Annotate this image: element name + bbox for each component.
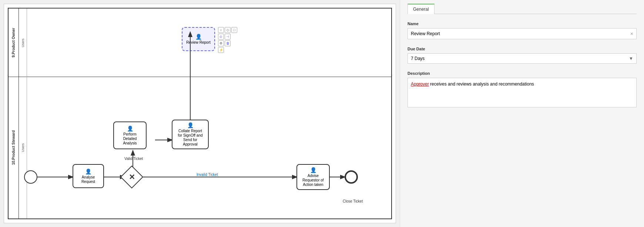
lane-label-product-owner: 9.Product Owner (11, 28, 16, 57)
end-event[interactable] (345, 170, 358, 184)
task-label-perform-analysis: Perform Detailed Analysis (123, 132, 137, 146)
name-clear-button[interactable]: × (630, 31, 633, 37)
bpmn-diagram: 9.Product Owner 10.Product Steward Users… (4, 4, 396, 223)
due-date-value: 7 Days (411, 56, 425, 61)
label-invalid-ticket: Invalid Ticket (197, 173, 218, 177)
task-analyse-request[interactable]: 👤 Analyse Request (73, 164, 104, 188)
lane-label-users: Users (21, 39, 25, 47)
task-user-icon: 👤 (195, 34, 202, 40)
task-label-collate-report: Collate Report for SignOff and Send for … (178, 129, 202, 147)
collate-user-icon: 👤 (187, 122, 194, 128)
task-label-review-report: Review Report (186, 40, 211, 45)
gateway-invalid[interactable]: ✕ (120, 166, 143, 188)
description-rest: receives and reviews analysis and recomm… (429, 81, 534, 87)
label-close-ticket: Close Ticket (343, 199, 363, 203)
start-event[interactable] (24, 170, 37, 184)
name-input-wrapper: × (407, 28, 637, 39)
due-date-field-group: Due Date 7 Days ▼ (407, 47, 637, 64)
description-field-group: Description Approver receives and review… (407, 71, 637, 107)
panel-tabs: General (407, 4, 637, 14)
perform-user-icon: 👤 (127, 126, 133, 131)
description-highlight: Approver (411, 81, 429, 87)
name-input[interactable] (411, 31, 630, 36)
toolbar-delete-icon[interactable]: 🗑 (225, 40, 231, 46)
task-review-report[interactable]: 👤 Review Report (182, 27, 215, 51)
description-text-area[interactable]: Approver receives and reviews analysis a… (407, 78, 637, 107)
description-label: Description (407, 71, 637, 76)
toolbar-gear-icon[interactable]: ⚙ (218, 40, 224, 46)
properties-panel: General Name × Due Date 7 Days ▼ Descrip… (400, 0, 644, 227)
toolbar-square-icon[interactable]: □ (231, 27, 237, 33)
analyse-user-icon: 👤 (85, 168, 91, 174)
label-valid-ticket: Valid Ticket (124, 157, 143, 161)
advise-user-icon: 👤 (310, 167, 316, 173)
task-label-advise-requestor: Advise Requestor of Action taken (302, 174, 323, 187)
task-collate-report[interactable]: 👤 Collate Report for SignOff and Send fo… (172, 120, 209, 149)
due-date-select[interactable]: 7 Days ▼ (407, 53, 637, 64)
task-perform-analysis[interactable]: 👤 Perform Detailed Analysis (113, 121, 147, 149)
toolbar-link-icon[interactable]: ⊣ (225, 34, 231, 40)
lane-label-users-bottom: Users (21, 143, 25, 152)
toolbar-action-icon[interactable]: ⚡ (218, 47, 224, 53)
task-advise-requestor[interactable]: 👤 Advise Requestor of Action taken (296, 164, 330, 190)
name-field-group: Name × (407, 21, 637, 39)
task-label-analyse-request: Analyse Request (81, 175, 95, 184)
due-date-label: Due Date (407, 47, 637, 51)
toolbar-circle-icon[interactable]: ○ (218, 27, 224, 33)
name-field-label: Name (407, 21, 637, 26)
toolbar-diamond-icon[interactable]: ◇ (225, 27, 231, 33)
due-date-arrow-icon: ▼ (629, 56, 633, 61)
gateway-x-icon: ✕ (129, 173, 135, 181)
toolbar-event-icon[interactable]: ⊙ (218, 34, 224, 40)
lane-label-product-steward: 10.Product Steward (11, 130, 16, 165)
tab-general[interactable]: General (407, 4, 435, 14)
